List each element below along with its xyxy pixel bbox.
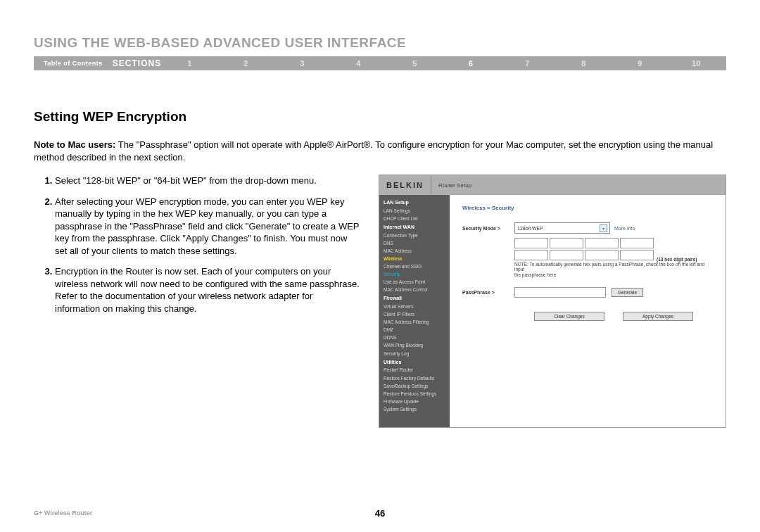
nav-section-3[interactable]: 3 bbox=[274, 59, 330, 68]
sidebar-item[interactable]: Save/Backup Settings bbox=[384, 382, 445, 390]
sidebar-item[interactable]: MAC Address bbox=[384, 247, 445, 255]
sidebar-item[interactable]: LAN Setup bbox=[384, 198, 445, 207]
sidebar-item[interactable]: MAC Address Filtering bbox=[384, 318, 445, 326]
hex-pairs-label: (13 hex digit pairs) bbox=[654, 257, 697, 262]
nav-bar: Table of Contents SECTIONS 12345678910 bbox=[34, 56, 726, 70]
chevron-down-icon[interactable]: ▾ bbox=[600, 224, 607, 232]
sidebar-item[interactable]: DHCP Client List bbox=[384, 215, 445, 222]
belkin-logo: BELKIN bbox=[379, 175, 431, 195]
passphrase-input[interactable] bbox=[514, 287, 606, 298]
sidebar-item[interactable]: DDNS bbox=[384, 334, 445, 341]
hex-input[interactable] bbox=[585, 250, 619, 260]
subsection-title: Setting WEP Encryption bbox=[34, 109, 726, 125]
nav-sections-label: SECTIONS bbox=[113, 58, 161, 68]
sidebar-item[interactable]: Security bbox=[384, 270, 445, 278]
nav-section-5[interactable]: 5 bbox=[386, 59, 443, 68]
security-mode-value: 128bit WEP bbox=[517, 226, 543, 231]
hex-input[interactable] bbox=[550, 238, 583, 248]
sidebar-item[interactable]: DMZ bbox=[384, 326, 445, 334]
nav-toc[interactable]: Table of Contents bbox=[34, 60, 113, 67]
sidebar-item[interactable]: Security Log bbox=[384, 350, 445, 357]
sidebar-item[interactable]: Client IP Filters bbox=[384, 310, 445, 318]
step-3: Encryption in the Router is now set. Eac… bbox=[55, 265, 360, 315]
page-title: USING THE WEB-BASED ADVANCED USER INTERF… bbox=[34, 35, 726, 51]
apply-changes-button[interactable]: Apply Changes bbox=[623, 312, 693, 321]
step-2: After selecting your WEP encryption mode… bbox=[55, 196, 360, 258]
hex-note2: the passphrase here bbox=[514, 272, 713, 277]
steps-list: Select "128-bit WEP" or "64-bit WEP" fro… bbox=[34, 175, 360, 315]
sidebar-item[interactable]: Firewall bbox=[384, 294, 445, 303]
sidebar-item[interactable]: Virtual Servers bbox=[384, 303, 445, 310]
more-info-link[interactable]: More Info bbox=[614, 226, 635, 231]
router-screenshot: BELKIN Router Setup LAN SetupLAN Setting… bbox=[379, 175, 726, 428]
sidebar-item[interactable]: Wireless bbox=[384, 255, 445, 262]
sidebar-item[interactable]: Utilities bbox=[384, 358, 445, 367]
nav-section-10[interactable]: 10 bbox=[668, 59, 724, 68]
hex-input[interactable] bbox=[514, 238, 548, 248]
nav-section-4[interactable]: 4 bbox=[330, 59, 386, 68]
nav-section-9[interactable]: 9 bbox=[612, 59, 668, 68]
note-bold: Note to Mac users: bbox=[34, 139, 115, 150]
sidebar-item[interactable]: Restore Previous Settings bbox=[384, 390, 445, 398]
clear-changes-button[interactable]: Clear Changes bbox=[534, 312, 604, 321]
hex-note: NOTE: To automatically generate hex pair… bbox=[514, 262, 713, 272]
hex-input[interactable] bbox=[514, 250, 548, 260]
nav-section-1[interactable]: 1 bbox=[161, 59, 217, 68]
sidebar-item[interactable]: LAN Settings bbox=[384, 207, 445, 215]
sidebar-item[interactable]: Connection Type bbox=[384, 232, 445, 239]
breadcrumb: Wireless > Security bbox=[462, 205, 713, 211]
sidebar-item[interactable]: Channel and SSID bbox=[384, 262, 445, 270]
sidebar-item[interactable]: Restore Factory Defaults bbox=[384, 374, 445, 382]
footer-product: G+ Wireless Router bbox=[34, 509, 92, 517]
security-mode-label: Security Mode > bbox=[462, 226, 514, 231]
sidebar-item[interactable]: MAC Address Control bbox=[384, 286, 445, 293]
footer-page-number: 46 bbox=[375, 508, 385, 519]
nav-section-2[interactable]: 2 bbox=[217, 59, 274, 68]
sidebar-item[interactable]: DNS bbox=[384, 239, 445, 247]
security-mode-dropdown[interactable]: 128bit WEP ▾ bbox=[514, 222, 610, 234]
router-title: Router Setup bbox=[431, 182, 471, 189]
sidebar-item[interactable]: Restart Router bbox=[384, 366, 445, 374]
nav-section-8[interactable]: 8 bbox=[555, 59, 612, 68]
sidebar-item[interactable]: Firmware Update bbox=[384, 398, 445, 405]
hex-input[interactable] bbox=[585, 238, 619, 248]
nav-section-6[interactable]: 6 bbox=[443, 59, 499, 68]
generate-button[interactable]: Generate bbox=[612, 288, 643, 297]
router-sidebar: LAN SetupLAN SettingsDHCP Client ListInt… bbox=[379, 195, 450, 427]
mac-note: Note to Mac users: The "Passphrase" opti… bbox=[34, 139, 726, 163]
hex-input[interactable] bbox=[550, 250, 583, 260]
sidebar-item[interactable]: System Settings bbox=[384, 405, 445, 413]
hex-key-grid bbox=[514, 238, 654, 260]
hex-input[interactable] bbox=[620, 238, 654, 248]
sidebar-item[interactable]: Use as Access Point bbox=[384, 278, 445, 286]
step-1: Select "128-bit WEP" or "64-bit WEP" fro… bbox=[55, 175, 360, 187]
sidebar-item[interactable]: Internet WAN bbox=[384, 223, 445, 232]
sidebar-item[interactable]: WAN Ping Blocking bbox=[384, 341, 445, 349]
hex-input[interactable] bbox=[620, 250, 654, 260]
nav-section-7[interactable]: 7 bbox=[499, 59, 555, 68]
passphrase-label: PassPhrase > bbox=[462, 290, 514, 295]
note-text: The "Passphrase" option will not operate… bbox=[34, 139, 713, 163]
